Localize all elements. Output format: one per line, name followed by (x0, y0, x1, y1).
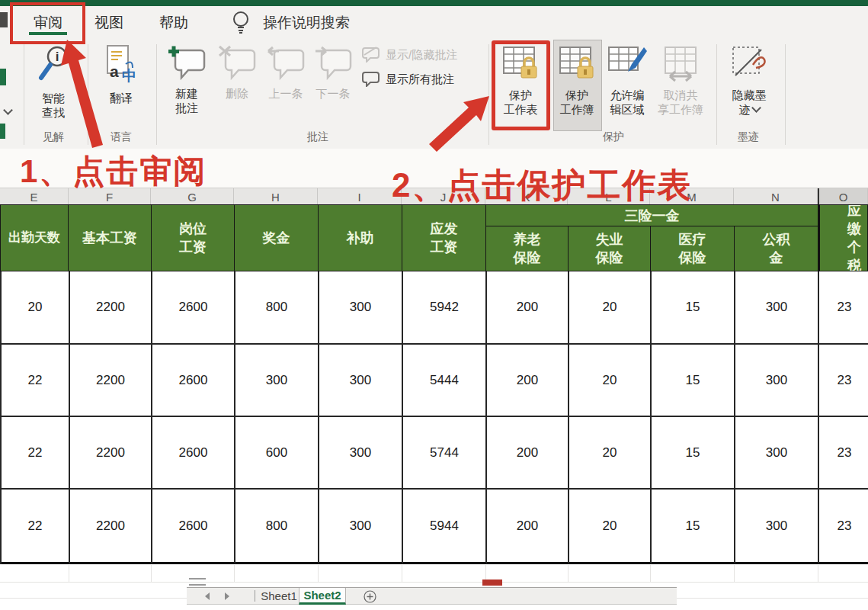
table-cell[interactable]: 5444 (403, 345, 487, 417)
table-cell[interactable]: 200 (487, 490, 569, 564)
header-cell-post-salary[interactable]: 岗位 工资 (151, 204, 235, 271)
allow-edit-ranges-button[interactable]: 允许编 辑区域 (602, 44, 652, 117)
column-header-I[interactable]: I (318, 188, 402, 205)
smart-lookup-icon: i (36, 44, 71, 88)
table-cell[interactable]: 300 (319, 417, 403, 490)
protect-workbook-label: 保护 工作簿 (560, 88, 594, 117)
table-cell[interactable]: 300 (735, 345, 819, 417)
translate-button[interactable]: a 中 翻译 (97, 44, 146, 105)
table-cell[interactable]: 20 (569, 271, 652, 345)
table-cell[interactable]: 2200 (70, 345, 152, 417)
table-cell[interactable]: 2200 (70, 490, 152, 564)
table-cell[interactable]: 22 (2, 417, 70, 490)
table-cell[interactable]: 2600 (152, 417, 235, 490)
table-cell[interactable]: 200 (487, 271, 569, 345)
tab-view[interactable]: 视图 (88, 11, 130, 35)
table-cell[interactable]: 15 (652, 345, 735, 417)
header-cell-gross-pay[interactable]: 应发 工资 (402, 204, 486, 271)
table-cell[interactable]: 20 (569, 345, 652, 417)
sheet-tab-sheet2[interactable]: Sheet2 (299, 588, 346, 605)
table-cell[interactable]: 200 (487, 345, 569, 417)
table-cell[interactable]: 2600 (152, 271, 235, 345)
table-cell[interactable]: 300 (735, 271, 819, 345)
previous-comment-button: 上一条 (262, 44, 309, 101)
svg-text:中: 中 (122, 68, 136, 84)
allow-edit-ranges-label: 允许编 辑区域 (610, 88, 645, 117)
tab-scroll-handle-icon[interactable] (189, 578, 206, 586)
table-cell[interactable]: 20 (569, 490, 652, 564)
svg-text:a: a (110, 63, 119, 80)
table-cell[interactable]: 20 (2, 271, 70, 345)
table-cell[interactable]: 23 (819, 345, 868, 417)
table-cell[interactable]: 300 (319, 271, 403, 345)
header-cell-unemployment[interactable]: 失业 保险 (568, 226, 651, 271)
table-cell[interactable]: 5744 (403, 417, 487, 490)
sheet-tab-sheet1[interactable]: Sheet1 (260, 588, 298, 604)
table-cell[interactable]: 600 (235, 417, 319, 490)
smart-lookup-button[interactable]: i 智能 查找 (30, 44, 76, 120)
clipped-button-fragment (0, 124, 5, 139)
next-sheet-arrow-icon[interactable] (225, 592, 229, 600)
table-cell[interactable]: 15 (652, 271, 735, 345)
new-comment-button[interactable]: 新建 批注 (163, 44, 210, 115)
column-header-N[interactable]: N (734, 188, 818, 205)
annotation-box-review-tab (10, 2, 85, 44)
hide-ink-button[interactable]: 隐藏墨 迹 (722, 44, 776, 117)
chevron-down-icon (2, 105, 11, 119)
table-cell[interactable]: 15 (652, 417, 735, 490)
new-comment-label: 新建 批注 (175, 86, 198, 115)
header-cell-bonus[interactable]: 奖金 (234, 204, 319, 271)
table-cell[interactable]: 23 (819, 271, 868, 345)
gridline (677, 598, 868, 599)
header-cell-tax[interactable]: 应缴 个税 (818, 204, 868, 271)
show-hide-comment-icon (361, 46, 381, 65)
translate-icon: a 中 (102, 44, 140, 88)
table-cell[interactable]: 300 (735, 417, 819, 490)
table-cell[interactable]: 2600 (152, 345, 235, 417)
chevron-down-icon (751, 103, 761, 113)
table-cell[interactable]: 800 (235, 271, 319, 345)
column-header-H[interactable]: H (234, 188, 318, 205)
table-cell[interactable]: 5944 (403, 490, 487, 564)
table-cell[interactable]: 300 (735, 490, 819, 564)
table-cell[interactable]: 300 (319, 490, 403, 564)
table-cell[interactable]: 5942 (403, 271, 487, 345)
table-cell[interactable]: 800 (235, 490, 319, 564)
header-cell-base-salary[interactable]: 基本工资 (68, 204, 152, 271)
header-cell-pension[interactable]: 养老 保险 (485, 226, 569, 271)
table-cell[interactable]: 20 (569, 417, 652, 490)
table-cell[interactable]: 2600 (152, 490, 235, 564)
header-cell-subsidy[interactable]: 补助 (318, 204, 402, 271)
table-cell[interactable]: 300 (235, 345, 319, 417)
ribbon-tab-row: 审阅 视图 帮助 操作说明搜索 (0, 6, 868, 44)
header-cell-housing-fund[interactable]: 公积 金 (734, 226, 818, 271)
add-sheet-button[interactable] (364, 590, 376, 606)
table-cell[interactable]: 22 (2, 490, 70, 564)
column-header-O[interactable]: O (818, 188, 868, 205)
header-cell-attendance[interactable]: 出勤天数 (0, 204, 69, 271)
group-label-ink: 墨迹 (724, 130, 773, 144)
table-cell[interactable]: 22 (2, 345, 70, 417)
unshare-workbook-button: 取消共 享工作簿 (652, 44, 709, 117)
table-cell[interactable]: 23 (819, 417, 868, 490)
table-cell[interactable]: 200 (487, 417, 569, 490)
table-cell[interactable]: 15 (652, 490, 735, 564)
gridline (818, 565, 818, 582)
tell-me-search[interactable]: 操作说明搜索 (263, 10, 350, 36)
table-cell[interactable]: 2200 (70, 271, 152, 345)
unshare-workbook-icon (659, 44, 702, 85)
group-separator (24, 44, 24, 145)
smart-lookup-label: 智能 查找 (42, 91, 65, 120)
header-cell-medical[interactable]: 医疗 保险 (650, 226, 735, 271)
show-all-comments-button[interactable]: 显示所有批注 (361, 70, 454, 89)
title-bar-strip (0, 0, 868, 6)
next-comment-label: 下一条 (316, 86, 351, 101)
table-cell[interactable]: 23 (819, 490, 868, 564)
clipped-button-fragment (0, 69, 6, 85)
tab-help[interactable]: 帮助 (153, 11, 194, 35)
annotation-step1-text: 1、点击审阅 (20, 150, 207, 193)
table-cell[interactable]: 300 (319, 345, 403, 417)
protect-workbook-button[interactable]: 保护 工作簿 (553, 44, 601, 117)
prev-sheet-arrow-icon[interactable] (205, 592, 210, 600)
table-cell[interactable]: 2200 (70, 417, 152, 490)
